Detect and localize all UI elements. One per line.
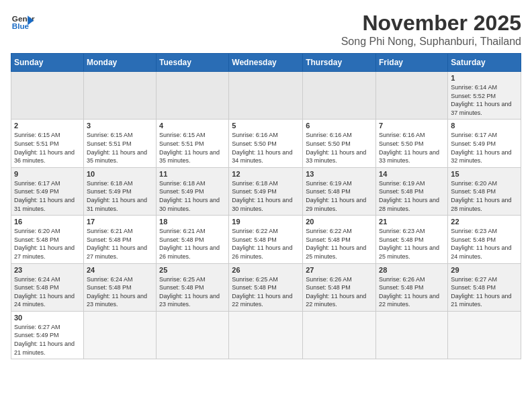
day-info: Sunrise: 6:26 AM Sunset: 5:48 PM Dayligh… [379,275,445,309]
day-info: Sunrise: 6:15 AM Sunset: 5:51 PM Dayligh… [159,131,226,165]
calendar-cell: 23Sunrise: 6:24 AM Sunset: 5:48 PM Dayli… [11,263,84,311]
calendar-cell [83,72,156,120]
calendar-cell: 13Sunrise: 6:19 AM Sunset: 5:48 PM Dayli… [303,167,376,215]
day-number: 28 [379,266,445,274]
day-number: 25 [159,266,226,274]
day-info: Sunrise: 6:15 AM Sunset: 5:51 PM Dayligh… [87,131,153,165]
calendar-cell [376,72,448,120]
calendar-cell: 12Sunrise: 6:18 AM Sunset: 5:49 PM Dayli… [229,167,303,215]
weekday-header-friday: Friday [376,54,448,72]
calendar-cell: 1Sunrise: 6:14 AM Sunset: 5:52 PM Daylig… [448,72,521,120]
calendar-cell [303,311,376,359]
day-number: 24 [87,266,153,274]
week-row-6: 30Sunrise: 6:27 AM Sunset: 5:49 PM Dayli… [11,311,521,359]
day-number: 10 [87,170,153,178]
month-title: November 2025 [341,11,521,36]
calendar-cell [83,311,156,359]
calendar-cell: 21Sunrise: 6:23 AM Sunset: 5:48 PM Dayli… [376,216,448,263]
calendar-cell: 22Sunrise: 6:23 AM Sunset: 5:48 PM Dayli… [448,216,521,263]
day-info: Sunrise: 6:20 AM Sunset: 5:48 PM Dayligh… [451,179,518,213]
day-info: Sunrise: 6:18 AM Sunset: 5:49 PM Dayligh… [87,179,153,213]
calendar-cell [157,311,229,359]
day-info: Sunrise: 6:18 AM Sunset: 5:49 PM Dayligh… [159,179,226,213]
day-info: Sunrise: 6:16 AM Sunset: 5:50 PM Dayligh… [379,131,445,165]
calendar-cell [11,72,84,120]
day-number: 15 [451,170,518,178]
calendar-cell: 7Sunrise: 6:16 AM Sunset: 5:50 PM Daylig… [376,120,448,167]
calendar-cell: 29Sunrise: 6:27 AM Sunset: 5:48 PM Dayli… [448,263,521,311]
calendar-cell: 16Sunrise: 6:20 AM Sunset: 5:48 PM Dayli… [11,216,84,263]
day-number: 4 [159,122,226,130]
calendar-table: SundayMondayTuesdayWednesdayThursdayFrid… [11,53,521,359]
day-info: Sunrise: 6:25 AM Sunset: 5:48 PM Dayligh… [232,275,300,309]
calendar-cell: 3Sunrise: 6:15 AM Sunset: 5:51 PM Daylig… [83,120,156,167]
weekday-header-wednesday: Wednesday [229,54,303,72]
day-info: Sunrise: 6:27 AM Sunset: 5:49 PM Dayligh… [14,323,81,357]
day-info: Sunrise: 6:27 AM Sunset: 5:48 PM Dayligh… [451,275,518,309]
day-info: Sunrise: 6:16 AM Sunset: 5:50 PM Dayligh… [232,131,300,165]
weekday-header-tuesday: Tuesday [157,54,229,72]
calendar-cell: 24Sunrise: 6:24 AM Sunset: 5:48 PM Dayli… [83,263,156,311]
day-number: 22 [451,218,518,226]
week-row-5: 23Sunrise: 6:24 AM Sunset: 5:48 PM Dayli… [11,263,521,311]
day-info: Sunrise: 6:24 AM Sunset: 5:48 PM Dayligh… [87,275,153,309]
calendar-cell [229,72,303,120]
day-number: 7 [379,122,445,130]
day-number: 5 [232,122,300,130]
day-info: Sunrise: 6:23 AM Sunset: 5:48 PM Dayligh… [451,227,518,261]
calendar-cell: 10Sunrise: 6:18 AM Sunset: 5:49 PM Dayli… [83,167,156,215]
svg-text:Blue: Blue [12,21,30,30]
day-info: Sunrise: 6:22 AM Sunset: 5:48 PM Dayligh… [232,227,300,261]
day-number: 21 [379,218,445,226]
calendar-cell: 9Sunrise: 6:17 AM Sunset: 5:49 PM Daylig… [11,167,84,215]
calendar-cell [448,311,521,359]
calendar-cell: 6Sunrise: 6:16 AM Sunset: 5:50 PM Daylig… [303,120,376,167]
calendar-cell: 27Sunrise: 6:26 AM Sunset: 5:48 PM Dayli… [303,263,376,311]
calendar-cell: 15Sunrise: 6:20 AM Sunset: 5:48 PM Dayli… [448,167,521,215]
day-info: Sunrise: 6:22 AM Sunset: 5:48 PM Dayligh… [306,227,373,261]
logo: General Blue [11,11,35,35]
day-number: 16 [14,218,81,226]
calendar-cell [229,311,303,359]
calendar-cell: 11Sunrise: 6:18 AM Sunset: 5:49 PM Dayli… [157,167,229,215]
weekday-header-row: SundayMondayTuesdayWednesdayThursdayFrid… [11,54,521,72]
day-info: Sunrise: 6:20 AM Sunset: 5:48 PM Dayligh… [14,227,81,261]
day-number: 27 [306,266,373,274]
day-number: 2 [14,122,81,130]
calendar-cell: 14Sunrise: 6:19 AM Sunset: 5:48 PM Dayli… [376,167,448,215]
calendar-cell: 26Sunrise: 6:25 AM Sunset: 5:48 PM Dayli… [229,263,303,311]
day-number: 20 [306,218,373,226]
day-number: 13 [306,170,373,178]
day-number: 8 [451,122,518,130]
day-info: Sunrise: 6:18 AM Sunset: 5:49 PM Dayligh… [232,179,300,213]
calendar-cell: 28Sunrise: 6:26 AM Sunset: 5:48 PM Dayli… [376,263,448,311]
day-info: Sunrise: 6:21 AM Sunset: 5:48 PM Dayligh… [87,227,153,261]
calendar-cell: 4Sunrise: 6:15 AM Sunset: 5:51 PM Daylig… [157,120,229,167]
day-number: 23 [14,266,81,274]
calendar-cell: 20Sunrise: 6:22 AM Sunset: 5:48 PM Dayli… [303,216,376,263]
day-number: 30 [14,314,81,322]
weekday-header-thursday: Thursday [303,54,376,72]
weekday-header-saturday: Saturday [448,54,521,72]
day-number: 9 [14,170,81,178]
day-info: Sunrise: 6:19 AM Sunset: 5:48 PM Dayligh… [379,179,445,213]
logo-icon: General Blue [11,11,35,35]
location-title: Song Phi Nong, Suphanburi, Thailand [341,36,521,48]
week-row-2: 2Sunrise: 6:15 AM Sunset: 5:51 PM Daylig… [11,120,521,167]
calendar-cell: 30Sunrise: 6:27 AM Sunset: 5:49 PM Dayli… [11,311,84,359]
day-number: 12 [232,170,300,178]
day-number: 19 [232,218,300,226]
day-info: Sunrise: 6:23 AM Sunset: 5:48 PM Dayligh… [379,227,445,261]
day-number: 14 [379,170,445,178]
calendar-cell [376,311,448,359]
day-info: Sunrise: 6:25 AM Sunset: 5:48 PM Dayligh… [159,275,226,309]
week-row-3: 9Sunrise: 6:17 AM Sunset: 5:49 PM Daylig… [11,167,521,215]
weekday-header-sunday: Sunday [11,54,84,72]
day-number: 3 [87,122,153,130]
week-row-4: 16Sunrise: 6:20 AM Sunset: 5:48 PM Dayli… [11,216,521,263]
day-number: 17 [87,218,153,226]
calendar-cell: 25Sunrise: 6:25 AM Sunset: 5:48 PM Dayli… [157,263,229,311]
day-number: 26 [232,266,300,274]
weekday-header-monday: Monday [83,54,156,72]
calendar-cell: 5Sunrise: 6:16 AM Sunset: 5:50 PM Daylig… [229,120,303,167]
